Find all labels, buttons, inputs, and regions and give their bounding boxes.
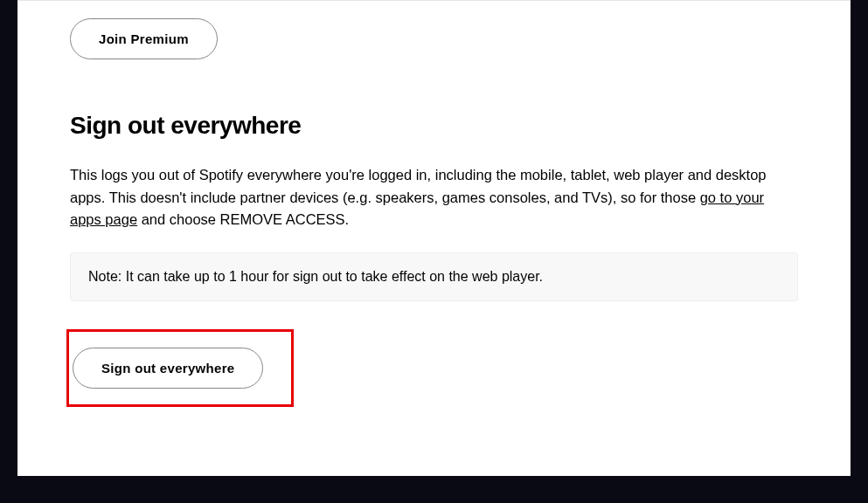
sign-out-note: Note: It can take up to 1 hour for sign … — [70, 252, 798, 301]
description-text-2: and choose REMOVE ACCESS. — [137, 211, 349, 227]
join-premium-button[interactable]: Join Premium — [70, 18, 218, 59]
sign-out-description: This logs you out of Spotify everywhere … — [70, 164, 798, 231]
description-text-1: This logs you out of Spotify everywhere … — [70, 167, 767, 205]
sign-out-heading: Sign out everywhere — [70, 112, 798, 140]
settings-page: Join Premium Sign out everywhere This lo… — [17, 0, 851, 476]
sign-out-everywhere-button[interactable]: Sign out everywhere — [73, 348, 263, 389]
highlight-annotation: Sign out everywhere — [66, 329, 294, 407]
